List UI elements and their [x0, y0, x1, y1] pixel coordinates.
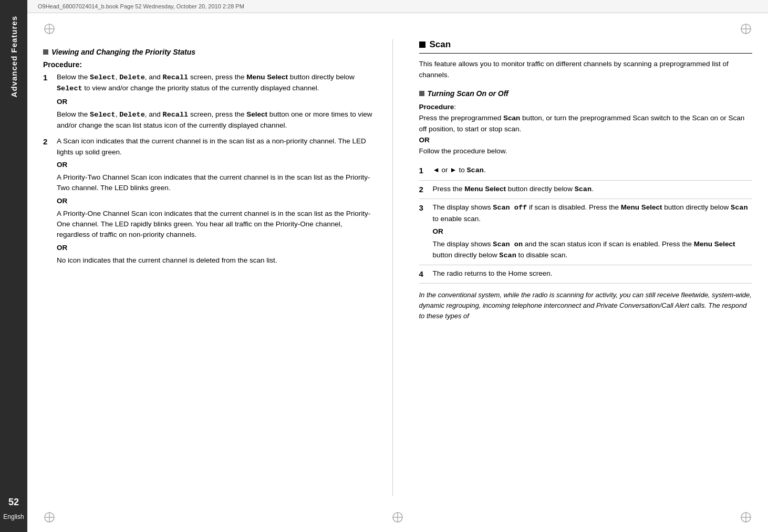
- right-step-2: 2 Press the Menu Select button directly …: [419, 181, 753, 200]
- bottom-registration: [27, 507, 768, 532]
- reg-mark-top-left: [43, 23, 56, 35]
- left-steps-list: 1 Below the Select, Delete, and Recall s…: [43, 72, 377, 266]
- sidebar-bottom: 52 English: [1, 497, 26, 527]
- right-step-3-number: 3: [419, 202, 428, 214]
- left-column: Viewing and Changing the Priority Status…: [43, 39, 393, 496]
- left-subsection-heading: Viewing and Changing the Priority Status: [43, 48, 377, 56]
- right-italic-note: In the conventional system, while the ra…: [419, 290, 753, 321]
- section-icon-square: [419, 41, 425, 48]
- left-procedure-label: Procedure:: [43, 60, 377, 69]
- right-section-heading: Scan: [419, 39, 753, 54]
- left-subsection-title: Viewing and Changing the Priority Status: [51, 48, 195, 56]
- right-step-2-number: 2: [419, 184, 428, 196]
- left-step-2-content: A Scan icon indicates that the current c…: [57, 136, 377, 266]
- left-step-2: 2 A Scan icon indicates that the current…: [43, 136, 377, 266]
- right-intro-para: This feature allows you to monitor traff…: [419, 59, 753, 81]
- file-info: O9Head_68007024014_b.book Page 52 Wednes…: [38, 3, 244, 9]
- reg-mark-bottom-center: [391, 511, 404, 524]
- right-step-4: 4 The radio returns to the Home screen.: [419, 265, 753, 284]
- subsection-icon-left: [43, 49, 48, 55]
- right-step-3: 3 The display shows Scan off if scan is …: [419, 199, 753, 265]
- right-subsection-heading: Turning Scan On or Off: [419, 89, 753, 98]
- reg-mark-top-right: [740, 23, 752, 35]
- right-steps: 1 ◄ or ► to Scan. 2 Press the Menu Selec…: [419, 162, 753, 284]
- reg-mark-bottom-right: [740, 511, 752, 524]
- header-bar: O9Head_68007024014_b.book Page 52 Wednes…: [27, 0, 768, 13]
- right-section-title: Scan: [430, 39, 451, 50]
- page-number: 52: [8, 497, 19, 508]
- left-step-1-number: 1: [43, 72, 51, 131]
- left-step-1: 1 Below the Select, Delete, and Recall s…: [43, 72, 377, 131]
- right-step-1-number: 1: [419, 165, 428, 177]
- sidebar-section-label: Advanced Features: [9, 16, 18, 97]
- subsection-icon-right: [419, 91, 424, 96]
- right-step-4-content: The radio returns to the Home screen.: [433, 268, 753, 279]
- right-subsection-title: Turning Scan On or Off: [428, 89, 508, 98]
- right-step-1-content: ◄ or ► to Scan.: [433, 165, 753, 176]
- right-step-4-number: 4: [419, 268, 428, 280]
- top-registration: [27, 13, 768, 39]
- sidebar: Advanced Features 52 English: [0, 0, 27, 532]
- left-step-2-number: 2: [43, 136, 51, 266]
- right-column: Scan This feature allows you to monitor …: [414, 39, 753, 496]
- content-area: Viewing and Changing the Priority Status…: [27, 13, 768, 532]
- columns-wrapper: Viewing and Changing the Priority Status…: [27, 39, 768, 507]
- right-step-3-content: The display shows Scan off if scan is di…: [433, 202, 753, 261]
- left-step-1-content: Below the Select, Delete, and Recall scr…: [57, 72, 377, 131]
- language-label: English: [1, 512, 26, 521]
- right-procedure-intro: Procedure: Press the preprogrammed Scan …: [419, 102, 753, 157]
- reg-mark-bottom-left: [43, 511, 56, 524]
- main-content: O9Head_68007024014_b.book Page 52 Wednes…: [27, 0, 768, 532]
- right-step-2-content: Press the Menu Select button directly be…: [433, 184, 753, 195]
- right-step-1: 1 ◄ or ► to Scan.: [419, 162, 753, 181]
